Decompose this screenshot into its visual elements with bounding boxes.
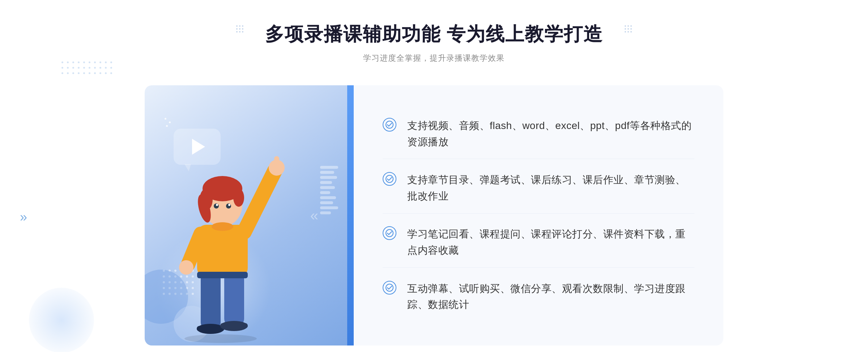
striped-bar bbox=[320, 158, 340, 223]
svg-point-17 bbox=[228, 204, 230, 206]
svg-point-22 bbox=[179, 260, 193, 275]
bg-circle-blue bbox=[29, 288, 94, 352]
feature-item-3: 学习笔记回看、课程提问、课程评论打分、课件资料下载，重点内容收藏 bbox=[383, 218, 694, 268]
svg-rect-24 bbox=[197, 272, 248, 278]
feature-text-1: 支持视频、音频、flash、word、excel、ppt、pdf等各种格式的资源… bbox=[407, 118, 694, 150]
header-dots-right bbox=[625, 25, 632, 33]
feature-item-1: 支持视频、音频、flash、word、excel、ppt、pdf等各种格式的资源… bbox=[383, 109, 694, 159]
svg-line-18 bbox=[244, 171, 275, 232]
illustration-panel: « bbox=[145, 85, 347, 345]
chevron-left-icon: » bbox=[20, 210, 27, 225]
sparkle-dots bbox=[165, 118, 171, 127]
svg-point-23 bbox=[212, 222, 233, 231]
svg-rect-20 bbox=[274, 156, 279, 172]
feature-item-4: 互动弹幕、试听购买、微信分享、观看次数限制、学习进度跟踪、数据统计 bbox=[383, 272, 694, 322]
person-illustration bbox=[163, 142, 286, 345]
check-circle-4 bbox=[383, 281, 396, 295]
feature-text-4: 互动弹幕、试听购买、微信分享、观看次数限制、学习进度跟踪、数据统计 bbox=[407, 281, 694, 313]
check-circle-2 bbox=[383, 172, 396, 186]
header-dots-left bbox=[236, 25, 243, 33]
check-icon-3 bbox=[386, 229, 393, 237]
illus-chevron-icon: « bbox=[310, 207, 318, 224]
svg-point-12 bbox=[233, 189, 244, 207]
feature-text-2: 支持章节目录、弹题考试、课后练习、课后作业、章节测验、批改作业 bbox=[407, 172, 694, 205]
check-icon-2 bbox=[386, 175, 393, 183]
check-icon-4 bbox=[386, 284, 393, 292]
svg-point-16 bbox=[216, 204, 218, 206]
svg-rect-6 bbox=[220, 323, 248, 328]
header-section: 多项录播课辅助功能 专为线上教学打造 学习进度全掌握，提升录播课教学效果 bbox=[265, 22, 603, 64]
svg-rect-1 bbox=[201, 272, 221, 330]
sub-title: 学习进度全掌握，提升录播课教学效果 bbox=[265, 53, 603, 64]
blue-bar bbox=[347, 85, 354, 345]
check-icon-1 bbox=[386, 121, 393, 129]
check-circle-1 bbox=[383, 118, 396, 132]
features-panel: 支持视频、音频、flash、word、excel、ppt、pdf等各种格式的资源… bbox=[354, 85, 723, 345]
feature-item-2: 支持章节目录、弹题考试、课后练习、课后作业、章节测验、批改作业 bbox=[383, 163, 694, 214]
main-title: 多项录播课辅助功能 专为线上教学打造 bbox=[265, 22, 603, 47]
svg-rect-2 bbox=[224, 272, 244, 326]
check-circle-3 bbox=[383, 226, 396, 240]
feature-text-3: 学习笔记回看、课程提问、课程评论打分、课件资料下载，重点内容收藏 bbox=[407, 226, 694, 259]
bg-dot-pattern-top-left bbox=[61, 61, 112, 74]
svg-rect-4 bbox=[197, 326, 224, 331]
svg-point-0 bbox=[184, 334, 257, 343]
page-container: 多项录播课辅助功能 专为线上教学打造 学习进度全掌握，提升录播课教学效果 bbox=[0, 0, 868, 352]
content-area: « bbox=[145, 85, 723, 345]
